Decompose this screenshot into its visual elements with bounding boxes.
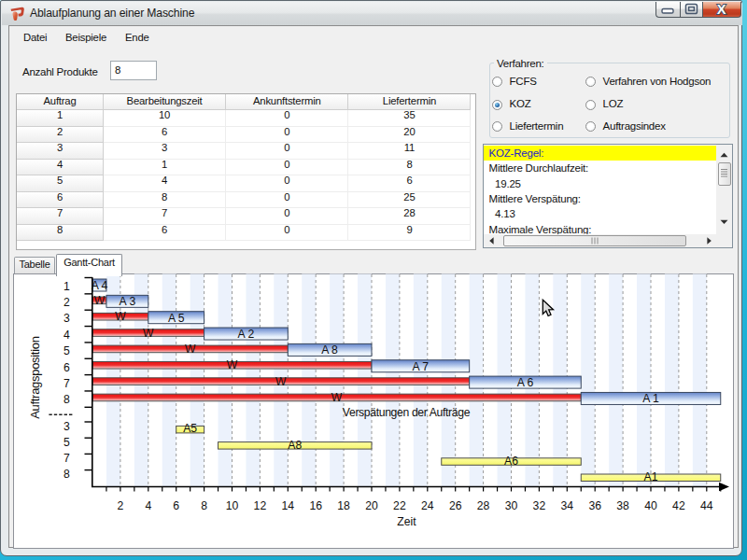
svg-text:18: 18 [337,499,350,512]
svg-text:A 7: A 7 [412,360,429,373]
svg-text:26: 26 [449,499,462,512]
svg-text:W: W [227,358,238,371]
svg-text:36: 36 [588,499,601,512]
svg-text:2: 2 [63,296,70,309]
svg-text:7: 7 [63,452,70,465]
svg-text:A 3: A 3 [120,295,136,308]
svg-text:A 8: A 8 [321,343,338,357]
svg-text:W: W [143,327,154,340]
svg-text:A 6: A 6 [517,376,534,389]
svg-text:14: 14 [282,499,295,512]
svg-text:30: 30 [505,499,518,512]
svg-text:W: W [94,294,106,307]
svg-text:5: 5 [63,436,70,449]
svg-text:Verspätungen der Aufträge: Verspätungen der Aufträge [343,406,471,419]
svg-text:A 1: A 1 [642,392,659,405]
svg-text:A6: A6 [504,455,518,468]
svg-text:8: 8 [63,468,70,481]
svg-text:24: 24 [421,499,434,512]
svg-text:38: 38 [616,499,629,512]
svg-text:16: 16 [309,499,322,512]
svg-text:W: W [331,391,343,404]
svg-text:X: X [717,2,726,17]
svg-text:34: 34 [561,499,574,512]
svg-text:3: 3 [63,420,70,433]
svg-text:A 4: A 4 [92,279,108,292]
svg-text:4: 4 [63,329,70,342]
svg-text:40: 40 [644,499,657,512]
svg-text:2: 2 [118,499,124,512]
svg-text:A 5: A 5 [168,312,185,325]
svg-text:A1: A1 [644,470,658,483]
svg-text:5: 5 [63,344,70,357]
svg-text:A8: A8 [288,439,302,452]
svg-text:1: 1 [63,280,70,293]
svg-text:42: 42 [672,499,685,512]
svg-text:8: 8 [201,499,207,512]
svg-text:7: 7 [63,377,70,390]
svg-text:10: 10 [226,499,239,512]
svg-text:44: 44 [700,499,713,512]
svg-text:8: 8 [63,393,70,406]
svg-text:W: W [185,343,196,356]
svg-text:20: 20 [365,499,378,512]
svg-text:A 2: A 2 [238,328,255,341]
svg-text:22: 22 [393,499,406,512]
svg-text:32: 32 [533,499,546,512]
svg-text:3: 3 [63,312,70,325]
svg-text:6: 6 [63,361,70,374]
svg-text:28: 28 [477,499,490,512]
svg-text:A5: A5 [183,422,197,435]
svg-text:6: 6 [173,499,179,512]
svg-text:Zeit: Zeit [397,515,416,528]
svg-text:W: W [115,310,126,323]
svg-text:W: W [275,375,287,388]
svg-text:Auftragsposition: Auftragsposition [29,336,43,418]
svg-text:12: 12 [254,499,267,512]
svg-text:4: 4 [145,499,151,512]
